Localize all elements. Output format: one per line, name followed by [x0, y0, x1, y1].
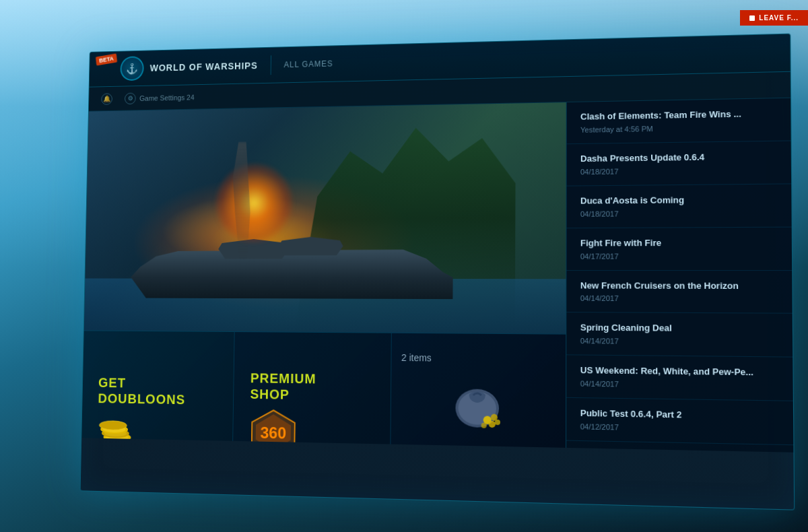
svg-point-16: [489, 420, 496, 427]
notifications-item[interactable]: 🔔: [101, 93, 112, 104]
doubloons-label-line2: DOUBLOONS: [98, 391, 185, 407]
game-logo: ⚓ WORLD OF WARSHIPS: [120, 53, 258, 81]
leave-feedback-label: LEAVE F...: [759, 14, 799, 22]
news-item-4[interactable]: New French Cruisers on the Horizon 04/14…: [566, 271, 792, 314]
news-item-7[interactable]: Public Test 0.6.4, Part 2 04/12/2017: [566, 398, 793, 445]
doubloons-label-line1: GET: [98, 374, 126, 391]
feedback-dot: [749, 15, 755, 21]
premium-shop-label-line2: SHOP: [250, 386, 290, 403]
rewards-count: 2 items: [401, 352, 432, 363]
ship-silhouette: [130, 185, 491, 320]
panel-rewards[interactable]: 2 items: [390, 333, 566, 448]
news-title-2: Duca d'Aosta is Coming: [580, 194, 777, 207]
anchor-icon: ⚓: [126, 62, 139, 74]
news-date-6: 04/14/2017: [580, 380, 778, 391]
ship-turret-2: [278, 237, 343, 256]
news-title-7: Public Test 0.6.4, Part 2: [580, 408, 779, 423]
launcher-window: BETA ⚓ WORLD OF WARSHIPS ALL GAMES 🔔 ⚙ G…: [80, 34, 795, 510]
game-title: WORLD OF WARSHIPS: [150, 61, 258, 73]
leave-feedback-button[interactable]: LEAVE F...: [740, 10, 808, 26]
panel-premium-shop[interactable]: PREMIUM SHOP 360: [232, 331, 391, 448]
gear-icon: ⚙: [125, 92, 136, 104]
svg-text:360: 360: [261, 424, 287, 442]
all-games-link[interactable]: ALL GAMES: [283, 59, 333, 69]
news-item-3[interactable]: Fight Fire with Fire 04/17/2017: [566, 227, 792, 270]
premium-shop-label-line1: PREMIUM: [250, 370, 316, 387]
news-item-5[interactable]: Spring Cleaning Deal 04/14/2017: [566, 313, 793, 358]
news-item-1[interactable]: Dasha Presents Update 0.6.4 04/18/2017: [567, 141, 792, 186]
news-title-3: Fight Fire with Fire: [580, 237, 778, 249]
settings-item[interactable]: ⚙ Game Settings 24: [125, 91, 195, 104]
game-logo-icon: ⚓: [120, 56, 144, 81]
news-title-4: New French Cruisers on the Horizon: [580, 280, 778, 292]
news-date-0: Yesterday at 4:56 PM: [580, 123, 776, 134]
news-date-5: 04/14/2017: [580, 337, 778, 347]
nav-divider: [270, 55, 271, 75]
news-item-2[interactable]: Duca d'Aosta is Coming 04/18/2017: [566, 184, 791, 228]
settings-label: Game Settings 24: [139, 93, 195, 102]
launcher-wrapper: BETA ⚓ WORLD OF WARSHIPS ALL GAMES 🔔 ⚙ G…: [80, 34, 795, 510]
doubloons-icon: [97, 416, 141, 448]
news-date-7: 04/12/2017: [580, 422, 779, 434]
rewards-label: Doubloons and Silver: [436, 443, 520, 447]
svg-point-17: [495, 419, 500, 424]
news-panel[interactable]: Clash of Elements: Team Fire Wins ... Ye…: [566, 98, 793, 453]
news-title-6: US Weekend: Red, White, and Pew-Pe...: [580, 365, 778, 379]
beta-badge: BETA: [96, 53, 117, 65]
reward-bag-icon: [444, 370, 512, 439]
bottom-panels: GET DOUBLOONS: [81, 330, 566, 447]
news-title-1: Dasha Presents Update 0.6.4: [580, 151, 776, 165]
news-title-0: Clash of Elements: Team Fire Wins ...: [580, 108, 776, 123]
shop-badge-icon: 360: [249, 408, 298, 448]
news-date-1: 04/18/2017: [580, 166, 777, 176]
bell-icon: 🔔: [101, 93, 112, 104]
main-content: GET DOUBLOONS: [81, 98, 793, 453]
panel-get-doubloons[interactable]: GET DOUBLOONS: [81, 330, 235, 447]
news-date-3: 04/17/2017: [580, 252, 778, 261]
game-area: GET DOUBLOONS: [81, 102, 566, 448]
news-item-0[interactable]: Clash of Elements: Team Fire Wins ... Ye…: [567, 98, 791, 144]
news-date-4: 04/14/2017: [580, 294, 778, 303]
battle-image: [84, 102, 566, 334]
news-item-6[interactable]: US Weekend: Red, White, and Pew-Pe... 04…: [566, 356, 793, 401]
news-title-5: Spring Cleaning Deal: [580, 323, 778, 335]
news-date-2: 04/18/2017: [580, 208, 777, 218]
